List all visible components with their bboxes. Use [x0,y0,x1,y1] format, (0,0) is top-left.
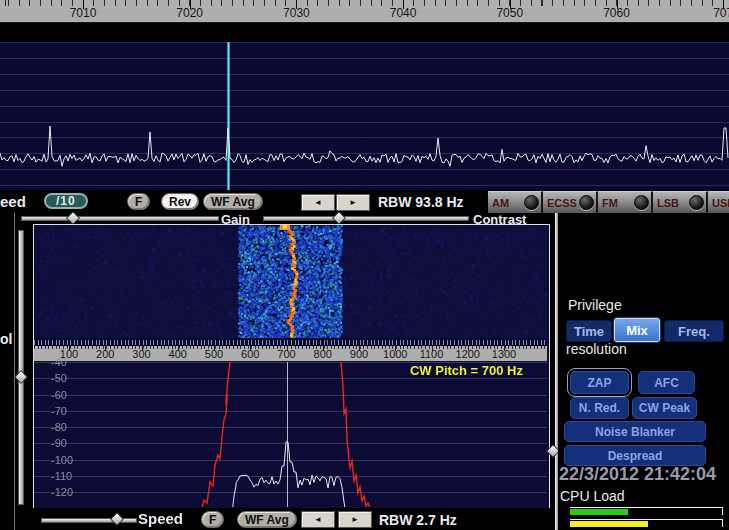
step-right-button[interactable]: ► [338,511,372,528]
db-tick-label: -90 [51,437,67,449]
wideband-frequency-scale[interactable]: 701070207030704070507060707 [0,0,729,23]
frequency-tick-label: 1300 [492,348,516,360]
baseband-waterfall[interactable] [34,225,547,338]
baseband-display-panel: 1002003004005006007008009001000110012001… [33,224,550,510]
frequency-tick-label: 707 [713,6,729,20]
step-right-button[interactable]: ► [336,194,370,211]
step-left-button[interactable]: ◄ [301,194,335,211]
mode-button-label: ECSS [547,197,577,209]
mode-button-label: FM [602,197,618,209]
db-tick-label: -100 [51,454,73,466]
frequency-tick-label: 700 [277,348,295,360]
toggle-mix[interactable]: Mix [614,318,660,342]
baseband-toolbar: Speed F WF Avg ◄ ► RBW 2.7 Hz [15,508,556,530]
waterfall-average-button[interactable]: WF Avg [203,193,263,210]
divide-by-10-button[interactable]: /10 [44,193,88,209]
cw-pitch-annotation: CW Pitch = 700 Hz [410,363,523,378]
db-tick-label: -40 [51,356,67,368]
mode-button-lsb[interactable]: LSB [653,191,708,214]
waterfall-tick-comb [34,338,547,346]
frequency-tick-label: 7040 [390,6,417,20]
frequency-tick-label: 7060 [603,6,630,20]
frequency-tick-label: 200 [96,348,114,360]
button-afc[interactable]: AFC [638,371,695,394]
gain-slider-thumb[interactable] [66,211,80,225]
cpu-meter-fill [570,521,648,527]
frequency-tick-label: 500 [205,348,223,360]
frequency-tick-label: 7010 [70,6,97,20]
button-despread[interactable]: Despread [564,445,706,466]
cpu-meter-track [570,519,723,527]
right-arrow-icon: ► [349,198,357,207]
step-left-button[interactable]: ◄ [301,511,335,528]
left-vertical-slider-thumb[interactable] [14,370,28,384]
frequency-tick-label: 400 [169,348,187,360]
frequency-tick-label: 1000 [383,348,407,360]
mode-button-ecss[interactable]: ECSS [543,191,598,214]
sdr-application-window: 701070207030704070507060707 eed /10 F Re… [0,0,729,530]
button-zap[interactable]: ZAP [570,371,629,394]
waterfall-average-button[interactable]: WF Avg [237,511,297,528]
baseband-spectrum-area: CW Pitch = 700 Hz -40-50-60-70-80-90-100… [34,362,547,507]
baseband-window: Gain Contrast 10020030040050060070080090… [14,213,556,530]
cpu-meter-track [570,507,723,515]
db-tick-label: -80 [51,421,67,433]
button-cw-peak[interactable]: CW Peak [632,397,697,419]
button-n--red-[interactable]: N. Red. [570,397,629,419]
reverse-button[interactable]: Rev [161,193,199,210]
left-arrow-icon: ◄ [314,515,322,524]
left-partial-label: ol [0,331,12,347]
baseband-spectrum[interactable] [34,362,547,507]
frequency-tick-label: 7020 [176,6,203,20]
mode-knob-icon [579,195,594,210]
frequency-tick-label: 600 [241,348,259,360]
left-vertical-slider-track[interactable] [18,230,24,505]
frequency-tick-label: 1100 [420,348,444,360]
fast-button[interactable]: F [201,511,224,528]
gain-slider-track[interactable] [21,216,219,221]
right-arrow-icon: ► [351,515,359,524]
frequency-tick-label: 900 [350,348,368,360]
speed-label-partial: eed [0,193,26,210]
frequency-tick-label: 300 [132,348,150,360]
frequency-tick-label: 7030 [283,6,310,20]
db-tick-label: -70 [51,405,67,417]
mode-button-label: USB [712,197,729,209]
toggle-time[interactable]: Time [566,320,612,342]
baseband-frequency-scale[interactable]: 1002003004005006007008009001000110012001… [34,346,547,362]
db-tick-label: -60 [51,389,67,401]
speed-slider-label: Speed [138,510,183,527]
mode-button-row: AMECSSFMLSBUSB [488,191,729,214]
toggle-freq[interactable]: Freq. [664,320,724,342]
db-tick-label: -50 [51,372,67,384]
cpu-meter-fill [570,509,628,515]
datetime-readout: 22/3/2012 21:42:04 [559,464,716,485]
cpu-load-label: CPU Load [560,488,625,504]
mode-button-usb[interactable]: USB [708,191,729,214]
mode-button-label: LSB [657,197,679,209]
comb-ticks [34,340,547,345]
wideband-spectrum[interactable] [0,42,729,190]
rbw-readout: RBW 93.8 Hz [378,194,464,210]
contrast-slider-thumb[interactable] [332,211,346,225]
mode-button-am[interactable]: AM [488,191,543,214]
mode-button-fm[interactable]: FM [598,191,653,214]
mode-knob-icon [524,195,539,210]
wideband-toolbar: eed /10 F Rev WF Avg ◄ ► RBW 93.8 Hz AME… [0,190,729,213]
left-arrow-icon: ◄ [314,198,322,207]
mode-knob-icon [634,195,649,210]
db-tick-label: -120 [51,486,73,498]
resolution-label: resolution [566,341,627,357]
db-tick-label: -110 [51,470,72,482]
frequency-tick-label: 1200 [456,348,480,360]
frequency-tick-label: 7050 [496,6,523,20]
button-noise-blanker[interactable]: Noise Blanker [564,421,706,442]
fast-button[interactable]: F [127,193,150,210]
frequency-tick-label: 800 [314,348,332,360]
privilege-label: Privilege [568,297,622,313]
mode-knob-icon [689,195,704,210]
control-panel: Privilege TimeMixFreq. resolution ZAPAFC… [558,213,729,530]
speed-slider-thumb[interactable] [110,512,124,526]
rbw-readout: RBW 2.7 Hz [379,512,457,528]
contrast-slider-track[interactable] [263,216,469,221]
